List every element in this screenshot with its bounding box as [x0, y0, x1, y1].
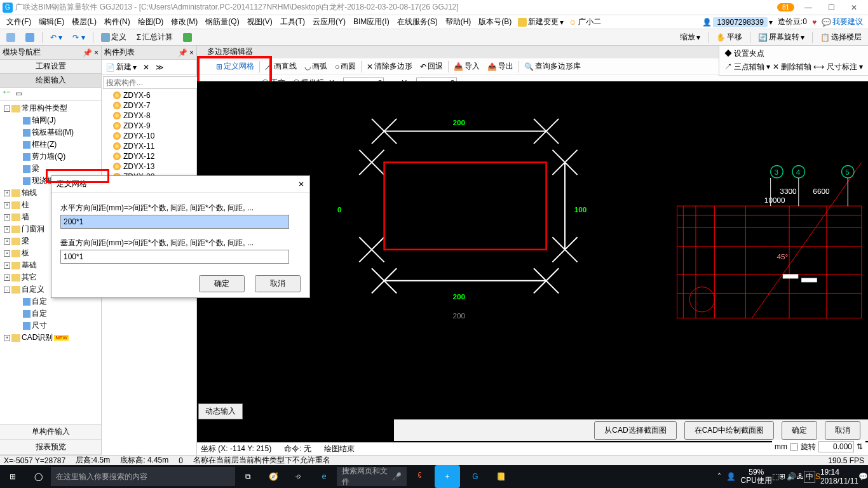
guangxiaoer-button[interactable]: ☺广小二: [566, 17, 603, 27]
sumcalc-button[interactable]: Σ 汇总计算: [133, 30, 177, 44]
export-button[interactable]: 📤 导出: [485, 60, 516, 73]
define-grid-button[interactable]: ⊞ 定义网格: [214, 60, 257, 73]
menu-draw[interactable]: 绘图(D): [134, 17, 168, 27]
dimension-button[interactable]: ⟷ 尺寸标注 ▾: [813, 62, 863, 71]
undo-icon[interactable]: ↶ ▾: [46, 32, 66, 43]
ok-button[interactable]: 确定: [782, 421, 817, 440]
tree-node[interactable]: 自定: [1, 308, 100, 320]
tree-collapse-icon[interactable]: ▭: [15, 89, 25, 99]
action-center-icon[interactable]: 💬: [858, 472, 868, 481]
dynamic-input-button[interactable]: 动态输入: [198, 403, 243, 419]
secure-icon[interactable]: ⛨: [779, 472, 787, 481]
clock[interactable]: 19:142018/11/11: [820, 468, 858, 485]
screen-rotate-button[interactable]: 🔄 屏幕旋转 ▾: [754, 30, 808, 44]
dialog-cancel-button[interactable]: 取消: [255, 275, 301, 292]
check-icon[interactable]: [179, 32, 196, 43]
component-item[interactable]: ZDYX-9: [102, 121, 196, 131]
zoom-button[interactable]: 缩放 ▾: [676, 30, 704, 44]
clear-polygon-button[interactable]: ✕ 清除多边形: [364, 60, 415, 73]
menu-rebar[interactable]: 钢筋量(Q): [201, 17, 243, 27]
import-button[interactable]: 📥 导入: [451, 60, 482, 73]
menu-modify[interactable]: 修改(M): [167, 17, 201, 27]
panel-pin-icon[interactable]: 📌 ×: [178, 48, 194, 57]
app-icon-1[interactable]: 🧭: [261, 465, 286, 488]
close-icon[interactable]: ✕: [843, 1, 865, 14]
rotate-stepper-icon[interactable]: ⇅: [857, 442, 863, 451]
app-icon-2[interactable]: ꩜: [286, 465, 311, 488]
draw-input-button[interactable]: 绘图输入: [0, 74, 101, 88]
open-icon[interactable]: [3, 32, 19, 43]
define-button[interactable]: 定义: [97, 30, 130, 44]
back-button[interactable]: ↶ 回退: [417, 60, 445, 73]
delete-icon[interactable]: ✕: [140, 62, 152, 72]
menu-cloud[interactable]: 云应用(Y): [309, 17, 349, 27]
cancel-button[interactable]: 取消: [825, 421, 860, 440]
rotate-value-input[interactable]: [818, 441, 854, 452]
tree-node[interactable]: 尺寸: [1, 320, 100, 332]
project-settings-button[interactable]: 工程设置: [0, 60, 101, 74]
report-preview-button[interactable]: 报表预览: [0, 440, 101, 455]
component-item[interactable]: ZDYX-6: [102, 90, 196, 100]
tray-icon[interactable]: ⬚: [772, 472, 779, 481]
new-component-button[interactable]: 📄 新建 ▾: [103, 61, 139, 73]
ime-icon[interactable]: 中: [804, 471, 815, 483]
tray-up-icon[interactable]: ˄: [717, 472, 721, 481]
edge-search[interactable]: 搜索网页和文件🎤: [337, 467, 407, 486]
tree-node[interactable]: 梁: [1, 163, 100, 175]
dialog-ok-button[interactable]: 确定: [199, 275, 245, 292]
app-icon-6[interactable]: 📒: [488, 465, 513, 488]
tree-node[interactable]: 筏板基础(M): [1, 126, 100, 139]
in-cad-button[interactable]: 在CAD中绘制截面图: [684, 421, 774, 440]
cost-bean[interactable]: 造价豆:0: [775, 17, 810, 27]
volume-icon[interactable]: 🔊: [787, 472, 796, 481]
menu-online[interactable]: 在线服务(S): [393, 17, 442, 27]
three-axis-button[interactable]: ↗ 三点辅轴 ▾: [724, 62, 771, 71]
cpu-meter[interactable]: 59%CPU使用: [741, 468, 772, 485]
save-icon[interactable]: [22, 32, 38, 43]
app-icon-5[interactable]: G: [463, 465, 488, 488]
tree-expand-icon[interactable]: ⁺⁻: [3, 89, 13, 99]
menu-version[interactable]: 版本号(B): [475, 17, 515, 27]
tree-node[interactable]: 框柱(Z): [1, 139, 100, 151]
bean-icon[interactable]: ♥: [810, 18, 819, 27]
single-input-button[interactable]: 单构件输入: [0, 424, 101, 440]
search-component-input[interactable]: [103, 76, 198, 89]
dialog-close-icon[interactable]: ✕: [298, 180, 304, 189]
maximize-icon[interactable]: ☐: [820, 1, 843, 14]
component-item[interactable]: ZDYX-10: [102, 131, 196, 141]
component-item[interactable]: ZDYX-7: [102, 100, 196, 111]
menu-tools[interactable]: 工具(T): [276, 17, 309, 27]
menu-bim[interactable]: BIM应用(I): [349, 17, 393, 27]
component-item[interactable]: ZDYX-12: [102, 151, 196, 161]
tree-node[interactable]: +CAD识别NEW: [1, 332, 100, 344]
component-item[interactable]: ZDYX-13: [102, 161, 196, 172]
horizontal-spacing-input[interactable]: [60, 215, 289, 229]
app-icon-3[interactable]: ၆: [407, 465, 432, 488]
panel-pin-icon[interactable]: 📌 ×: [83, 48, 98, 57]
more-icon[interactable]: ≫: [153, 62, 166, 72]
menu-help[interactable]: 帮助(H): [442, 17, 475, 27]
menu-view[interactable]: 视图(V): [243, 17, 276, 27]
menu-edit[interactable]: 编辑(E): [35, 17, 68, 27]
tree-node[interactable]: 轴网(J): [1, 114, 100, 126]
notification-badge[interactable]: 81: [777, 3, 794, 11]
start-button[interactable]: ⊞: [0, 465, 25, 488]
component-item[interactable]: ZDYX-8: [102, 111, 196, 121]
vertical-spacing-input[interactable]: [60, 250, 289, 264]
rotate-checkbox[interactable]: [790, 443, 798, 451]
delete-axis-button[interactable]: ✕ 删除辅轴: [773, 62, 811, 71]
menu-floor[interactable]: 楼层(L): [68, 17, 100, 27]
tree-node[interactable]: 剪力墙(Q): [1, 151, 100, 163]
new-change-button[interactable]: 新建变更 ▾: [515, 17, 566, 27]
taskview-icon[interactable]: ⧉: [235, 465, 261, 488]
taskbar-search[interactable]: 在这里输入你要搜索的内容: [51, 467, 235, 486]
network-icon[interactable]: 🖧: [796, 472, 804, 481]
edge-icon[interactable]: e: [311, 465, 337, 488]
select-floor-button[interactable]: 📋 选择楼层: [817, 30, 865, 44]
draw-arc-button[interactable]: ◡ 画弧: [302, 60, 330, 73]
redo-icon[interactable]: ↷ ▾: [69, 32, 88, 43]
set-clamp-button[interactable]: ◆ 设置夹点: [724, 49, 764, 58]
menu-file[interactable]: 文件(F): [3, 17, 35, 27]
feedback-button[interactable]: 💬 我要建议: [819, 17, 865, 27]
draw-circle-button[interactable]: ○ 画圆: [332, 60, 358, 73]
